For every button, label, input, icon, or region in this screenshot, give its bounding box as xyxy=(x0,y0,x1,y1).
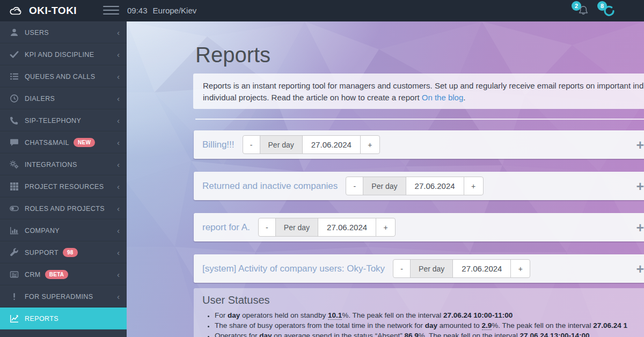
add-subscription-icon[interactable]: + xyxy=(636,262,644,275)
sidebar-item-kpi-and-discipline[interactable]: KPI AND DISCIPLINE ‹ xyxy=(0,43,127,65)
sidebar-item-reports[interactable]: REPORTS xyxy=(0,307,127,329)
blog-link[interactable]: On the blog xyxy=(422,93,464,102)
sidebar-item-queues-and-calls[interactable]: QUEUES AND CALLS ‹ xyxy=(0,65,127,87)
sidebar-item-label: COMPANY xyxy=(25,227,60,235)
user-icon xyxy=(10,28,19,37)
add-subscription-icon[interactable]: + xyxy=(636,138,644,151)
period-select-button[interactable]: Per day xyxy=(275,218,318,237)
sidebar-item-label: CHATS&MAIL xyxy=(25,139,69,146)
sidebar: USERS ‹ KPI AND DISCIPLINE ‹ QUEUES AND … xyxy=(0,21,127,337)
report-panel: Billing!!! - Per day 27.06.2024 + + xyxy=(194,130,644,159)
sidebar-item-project-resources[interactable]: PROJECT RESOURCES ‹ xyxy=(0,175,127,197)
sync-status-button[interactable]: 8 xyxy=(602,3,616,19)
chevron-left-icon: ‹ xyxy=(117,28,120,36)
sidebar-item-badge: 98 xyxy=(63,248,78,257)
sidebar-item-badge: NEW xyxy=(74,138,95,147)
grid-icon xyxy=(10,182,19,191)
sidebar-item-users[interactable]: USERS ‹ xyxy=(0,21,127,43)
period-plus-button[interactable]: + xyxy=(360,135,380,154)
statuses-heading: User Statuses xyxy=(202,294,642,306)
period-minus-button[interactable]: - xyxy=(346,177,363,195)
report-panel: report for A. - Per day 27.06.2024 + + xyxy=(194,213,644,241)
chevron-left-icon: ‹ xyxy=(117,116,120,124)
chevron-left-icon: ‹ xyxy=(117,72,120,80)
time-text: 09:43 xyxy=(127,6,148,15)
chevron-left-icon: ‹ xyxy=(117,94,120,102)
period-plus-button[interactable]: + xyxy=(510,259,530,278)
report-panel: [system] Activity of company users: Oky-… xyxy=(194,254,644,283)
date-button[interactable]: 27.06.2024 xyxy=(452,259,511,278)
chevron-left-icon: ‹ xyxy=(117,50,120,58)
sidebar-item-label: QUEUES AND CALLS xyxy=(25,73,95,80)
sidebar-item-sip-telephony[interactable]: SIP-TELEPHONY ‹ xyxy=(0,109,127,131)
cloud-logo-icon xyxy=(9,4,25,17)
notifications-button[interactable]: 2 xyxy=(576,3,590,19)
intro-line2: individual projects. Read the article on… xyxy=(203,92,644,104)
period-minus-button[interactable]: - xyxy=(393,259,411,278)
sidebar-item-label: CRM xyxy=(25,271,41,279)
period-controls: - Per day 27.06.2024 + xyxy=(259,218,396,237)
check-icon xyxy=(10,50,19,59)
main-content: Reports Reports is an instant reporting … xyxy=(127,21,644,337)
period-select-button[interactable]: Per day xyxy=(363,177,406,195)
report-title[interactable]: Returned and inactive companies xyxy=(202,181,338,192)
sidebar-item-crm[interactable]: CRM BETA ‹ xyxy=(0,263,127,285)
timezone-text: Europe/Kiev xyxy=(153,6,197,15)
period-minus-button[interactable]: - xyxy=(243,135,260,154)
exclamation-icon xyxy=(10,292,19,301)
period-plus-button[interactable]: + xyxy=(464,177,484,195)
sidebar-item-badge: BETA xyxy=(45,270,69,279)
status-bullet: For day operators held on standby 10.1%.… xyxy=(215,310,642,320)
period-controls: - Per day 27.06.2024 + xyxy=(346,177,483,195)
period-minus-button[interactable]: - xyxy=(258,218,276,237)
sidebar-item-label: ROLES AND PROJECTS xyxy=(25,205,105,213)
date-button[interactable]: 27.06.2024 xyxy=(302,135,361,154)
divider xyxy=(195,119,644,120)
notifications-count-badge: 2 xyxy=(572,1,581,11)
sidebar-item-support[interactable]: SUPPORT 98 ‹ xyxy=(0,241,127,263)
chevron-left-icon: ‹ xyxy=(117,292,120,301)
sidebar-item-label: KPI AND DISCIPLINE xyxy=(25,51,94,58)
period-select-button[interactable]: Per day xyxy=(410,259,453,278)
sidebar-item-for-superadmins[interactable]: FOR SUPERADMINS ‹ xyxy=(0,285,127,307)
period-select-button[interactable]: Per day xyxy=(260,135,303,154)
add-subscription-icon[interactable]: + xyxy=(636,179,644,193)
news-icon xyxy=(10,270,19,279)
user-statuses-panel: User Statuses For day operators held on … xyxy=(194,288,644,337)
sidebar-item-label: DIALERS xyxy=(25,95,55,102)
intro-box: Reports is an instant reporting tool for… xyxy=(193,74,644,109)
chevron-left-icon: ‹ xyxy=(117,138,120,146)
phone-icon xyxy=(10,116,19,125)
wrench-icon xyxy=(10,248,19,257)
report-title[interactable]: report for A. xyxy=(202,222,250,233)
add-subscription-icon[interactable]: + xyxy=(636,221,644,234)
sidebar-item-label: USERS xyxy=(25,29,49,36)
sidebar-item-chats-mail[interactable]: CHATS&MAIL NEW ‹ xyxy=(0,131,127,153)
chevron-left-icon: ‹ xyxy=(117,248,120,257)
report-title[interactable]: [system] Activity of company users: Oky-… xyxy=(202,263,385,274)
intro-line1: Reports is an instant reporting tool for… xyxy=(203,80,644,92)
menu-toggle-button[interactable] xyxy=(103,6,119,16)
sidebar-item-roles-and-projects[interactable]: ROLES AND PROJECTS ‹ xyxy=(0,197,127,219)
sidebar-item-dialers[interactable]: DIALERS ‹ xyxy=(0,87,127,109)
clock-icon xyxy=(10,94,19,103)
list-icon xyxy=(10,72,19,81)
date-button[interactable]: 27.06.2024 xyxy=(318,218,376,237)
chat-icon xyxy=(10,138,19,147)
period-controls: - Per day 27.06.2024 + xyxy=(243,135,380,154)
chevron-left-icon: ‹ xyxy=(117,160,120,169)
topbar: OKI-TOKI 09:43Europe/Kiev 2 8 xyxy=(0,0,644,21)
chevron-left-icon: ‹ xyxy=(117,182,120,191)
sidebar-item-label: SUPPORT xyxy=(25,249,58,257)
sidebar-item-integrations[interactable]: INTEGRATIONS ‹ xyxy=(0,153,127,175)
sidebar-item-company[interactable]: COMPANY ‹ xyxy=(0,219,127,241)
sidebar-item-label: FOR SUPERADMINS xyxy=(25,293,93,301)
toggle-icon xyxy=(10,204,19,213)
period-plus-button[interactable]: + xyxy=(376,218,396,237)
brand-name: OKI-TOKI xyxy=(29,5,77,17)
period-controls: - Per day 27.06.2024 + xyxy=(393,259,530,278)
report-title[interactable]: Billing!!! xyxy=(202,140,235,150)
page-title: Reports xyxy=(195,43,270,67)
date-button[interactable]: 27.06.2024 xyxy=(406,177,464,195)
statuses-list: For day operators held on standby 10.1%.… xyxy=(202,310,642,337)
